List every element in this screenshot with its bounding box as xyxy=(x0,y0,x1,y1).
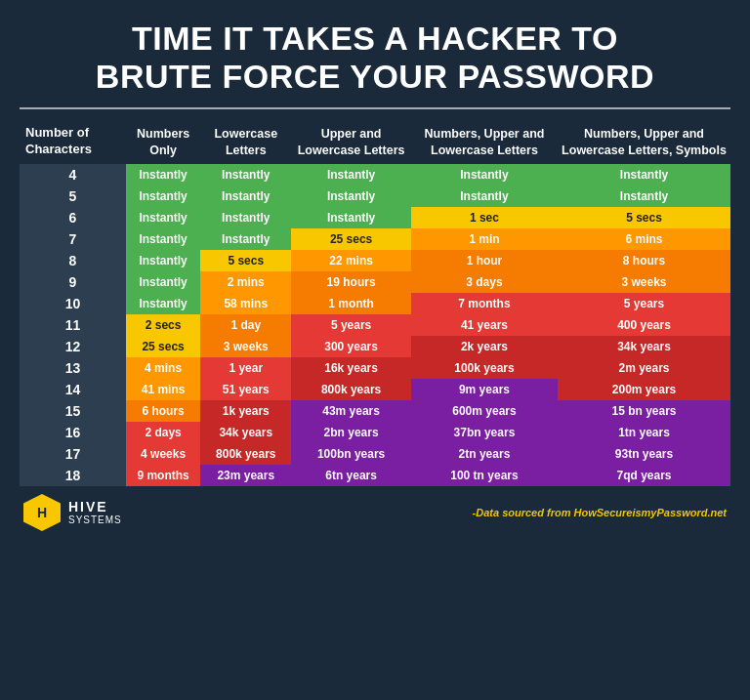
row-2-col2-cell: Instantly xyxy=(200,207,291,228)
row-9-col1-cell: 4 mins xyxy=(126,357,200,379)
row-4-col5-cell: 8 hours xyxy=(558,250,730,271)
row-12-col3-cell: 2bn years xyxy=(291,422,411,443)
row-1-col1-cell: Instantly xyxy=(126,185,200,207)
char-count-cell: 13 xyxy=(20,357,126,379)
row-2-col4-cell: 1 sec xyxy=(411,207,558,228)
row-2-col3-cell: Instantly xyxy=(291,207,411,228)
row-10-col2-cell: 51 years xyxy=(200,379,291,400)
row-2-col5-cell: 5 secs xyxy=(558,207,730,228)
char-count-cell: 4 xyxy=(20,164,126,185)
row-13-col4-cell: 2tn years xyxy=(411,443,558,465)
char-count-cell: 7 xyxy=(20,228,126,250)
row-5-col5-cell: 3 weeks xyxy=(558,271,730,293)
char-count-cell: 14 xyxy=(20,379,126,400)
row-3-col5-cell: 6 mins xyxy=(558,228,730,250)
row-7-col4-cell: 41 years xyxy=(411,314,558,336)
row-9-col3-cell: 16k years xyxy=(291,357,411,379)
row-3-col4-cell: 1 min xyxy=(411,228,558,250)
row-14-col5-cell: 7qd years xyxy=(558,465,730,486)
row-1-col5-cell: Instantly xyxy=(558,185,730,207)
row-10-col1-cell: 41 mins xyxy=(126,379,200,400)
row-3-col3-cell: 25 secs xyxy=(291,228,411,250)
main-title: TIME IT TAKES A HACKER TO BRUTE FORCE YO… xyxy=(20,20,730,96)
table-row: 156 hours1k years43m years600m years15 b… xyxy=(20,400,730,422)
row-7-col2-cell: 1 day xyxy=(200,314,291,336)
password-table: Number of Characters Numbers Only Lowerc… xyxy=(20,119,730,486)
logo-hexagon: H xyxy=(23,494,61,531)
row-7-col3-cell: 5 years xyxy=(291,314,411,336)
row-5-col3-cell: 19 hours xyxy=(291,271,411,293)
row-4-col4-cell: 1 hour xyxy=(411,250,558,271)
table-row: 1441 mins51 years800k years9m years200m … xyxy=(20,379,730,400)
char-count-cell: 15 xyxy=(20,400,126,422)
row-7-col5-cell: 400 years xyxy=(558,314,730,336)
row-3-col1-cell: Instantly xyxy=(126,228,200,250)
row-9-col4-cell: 100k years xyxy=(411,357,558,379)
source-text: -Data sourced from HowSecureismyPassword… xyxy=(473,507,727,518)
row-1-col2-cell: Instantly xyxy=(200,185,291,207)
logo-systems: SYSTEMS xyxy=(68,515,122,525)
row-12-col4-cell: 37bn years xyxy=(411,422,558,443)
char-count-cell: 5 xyxy=(20,185,126,207)
row-13-col1-cell: 4 weeks xyxy=(126,443,200,465)
col2-header: Lowercase Letters xyxy=(200,119,291,164)
row-1-col4-cell: Instantly xyxy=(411,185,558,207)
row-0-col1-cell: Instantly xyxy=(126,164,200,185)
row-6-col3-cell: 1 month xyxy=(291,293,411,314)
row-5-col2-cell: 2 mins xyxy=(200,271,291,293)
footer: H HIVE SYSTEMS -Data sourced from HowSec… xyxy=(20,494,730,531)
row-0-col4-cell: Instantly xyxy=(411,164,558,185)
row-2-col1-cell: Instantly xyxy=(126,207,200,228)
divider xyxy=(20,107,730,109)
row-6-col5-cell: 5 years xyxy=(558,293,730,314)
row-13-col2-cell: 800k years xyxy=(200,443,291,465)
row-14-col1-cell: 9 months xyxy=(126,465,200,486)
row-0-col3-cell: Instantly xyxy=(291,164,411,185)
char-count-cell: 11 xyxy=(20,314,126,336)
row-11-col1-cell: 6 hours xyxy=(126,400,200,422)
row-8-col2-cell: 3 weeks xyxy=(200,336,291,357)
logo-text: HIVE SYSTEMS xyxy=(68,499,122,525)
row-11-col3-cell: 43m years xyxy=(291,400,411,422)
row-4-col2-cell: 5 secs xyxy=(200,250,291,271)
table-row: 189 months23m years6tn years100 tn years… xyxy=(20,465,730,486)
table-row: 112 secs1 day5 years41 years400 years xyxy=(20,314,730,336)
table-row: 174 weeks800k years100bn years2tn years9… xyxy=(20,443,730,465)
row-8-col1-cell: 25 secs xyxy=(126,336,200,357)
col0-header: Number of Characters xyxy=(20,119,126,164)
col1-header: Numbers Only xyxy=(126,119,200,164)
row-10-col4-cell: 9m years xyxy=(411,379,558,400)
table-row: 10Instantly58 mins1 month7 months5 years xyxy=(20,293,730,314)
table-row: 5InstantlyInstantlyInstantlyInstantlyIns… xyxy=(20,185,730,207)
row-5-col4-cell: 3 days xyxy=(411,271,558,293)
row-10-col5-cell: 200m years xyxy=(558,379,730,400)
char-count-cell: 10 xyxy=(20,293,126,314)
row-1-col3-cell: Instantly xyxy=(291,185,411,207)
row-13-col3-cell: 100bn years xyxy=(291,443,411,465)
row-6-col2-cell: 58 mins xyxy=(200,293,291,314)
row-8-col4-cell: 2k years xyxy=(411,336,558,357)
row-6-col4-cell: 7 months xyxy=(411,293,558,314)
row-14-col3-cell: 6tn years xyxy=(291,465,411,486)
row-4-col3-cell: 22 mins xyxy=(291,250,411,271)
char-count-cell: 16 xyxy=(20,422,126,443)
table-header-row: Number of Characters Numbers Only Lowerc… xyxy=(20,119,730,164)
table-row: 6InstantlyInstantlyInstantly1 sec5 secs xyxy=(20,207,730,228)
row-13-col5-cell: 93tn years xyxy=(558,443,730,465)
row-14-col2-cell: 23m years xyxy=(200,465,291,486)
char-count-cell: 8 xyxy=(20,250,126,271)
table-row: 162 days34k years2bn years37bn years1tn … xyxy=(20,422,730,443)
table-row: 8Instantly5 secs22 mins1 hour8 hours xyxy=(20,250,730,271)
row-3-col2-cell: Instantly xyxy=(200,228,291,250)
table-row: 4InstantlyInstantlyInstantlyInstantlyIns… xyxy=(20,164,730,185)
col4-header: Numbers, Upper and Lowercase Letters xyxy=(411,119,558,164)
row-0-col5-cell: Instantly xyxy=(558,164,730,185)
main-container: TIME IT TAKES A HACKER TO BRUTE FORCE YO… xyxy=(0,0,750,541)
char-count-cell: 6 xyxy=(20,207,126,228)
row-9-col5-cell: 2m years xyxy=(558,357,730,379)
row-8-col5-cell: 34k years xyxy=(558,336,730,357)
row-7-col1-cell: 2 secs xyxy=(126,314,200,336)
char-count-cell: 18 xyxy=(20,465,126,486)
logo-area: H HIVE SYSTEMS xyxy=(23,494,122,531)
row-8-col3-cell: 300 years xyxy=(291,336,411,357)
